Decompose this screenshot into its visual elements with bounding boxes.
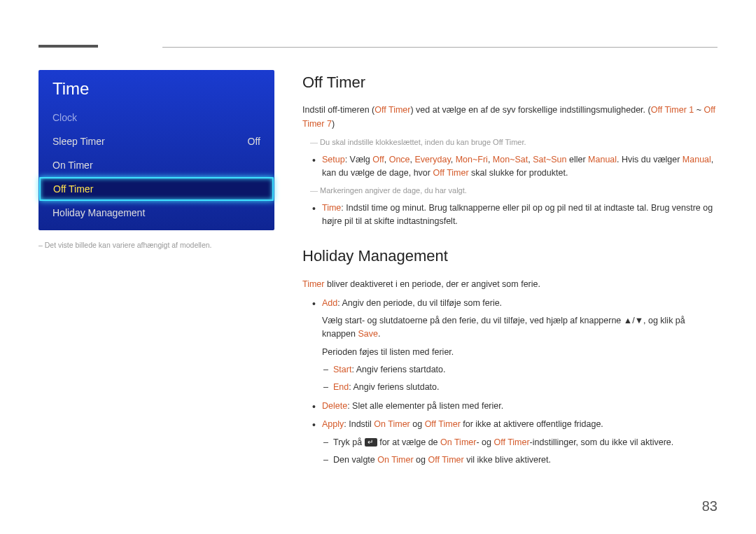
- bullet-delete: Delete: Slet alle elementer på listen me…: [322, 400, 718, 413]
- content-column: Off Timer Indstil off-timeren (Off Timer…: [302, 70, 718, 472]
- dash-selected: Den valgte On Timer og Off Timer vil ikk…: [333, 454, 718, 467]
- menu-item-off-timer[interactable]: Off Timer: [39, 177, 274, 201]
- bullet-setup: Setup: Vælg Off, Once, Everyday, Mon~Fri…: [322, 153, 718, 197]
- menu-item-clock[interactable]: Clock: [38, 106, 274, 129]
- menu-column: Time Clock Sleep Timer Off On Timer Off …: [38, 70, 274, 472]
- menu-title: Time: [38, 70, 274, 106]
- menu-item-value: Off: [248, 136, 260, 147]
- time-menu-panel: Time Clock Sleep Timer Off On Timer Off …: [38, 70, 274, 230]
- dash-end: End: Angiv feriens slutdato.: [333, 381, 718, 394]
- menu-item-holiday-management[interactable]: Holiday Management: [38, 201, 274, 225]
- image-caption: – Det viste billede kan variere afhængig…: [38, 240, 274, 251]
- menu-item-label: On Timer: [52, 160, 93, 171]
- menu-item-on-timer[interactable]: On Timer: [38, 153, 274, 177]
- page-number: 83: [702, 498, 718, 514]
- bullet-apply: Apply: Indstil On Timer og Off Timer for…: [322, 418, 718, 467]
- dash-press: Tryk på for at vælge de On Timer- og Off…: [333, 436, 718, 449]
- dash-start: Start: Angiv feriens startdato.: [333, 363, 718, 377]
- section-heading-holiday: Holiday Management: [302, 244, 718, 268]
- menu-item-label: Clock: [52, 112, 77, 123]
- menu-item-label: Sleep Timer: [52, 136, 105, 147]
- enter-icon: [365, 438, 377, 447]
- bullet-add: Add: Angiv den periode, du vil tilføje s…: [322, 297, 718, 395]
- bullet-time: Time: Indstil time og minut. Brug talkna…: [322, 202, 718, 229]
- note-days-mark: Markeringen angiver de dage, du har valg…: [322, 185, 718, 197]
- holiday-intro: Timer bliver deaktiveret i en periode, d…: [302, 277, 718, 291]
- menu-item-label: Off Timer: [53, 183, 93, 195]
- menu-item-sleep-timer[interactable]: Sleep Timer Off: [38, 129, 274, 153]
- off-timer-intro: Indstil off-timeren (Off Timer) ved at v…: [302, 103, 718, 131]
- note-clock-required: Du skal indstille klokkeslættet, inden d…: [322, 136, 718, 149]
- menu-item-label: Holiday Management: [52, 207, 145, 218]
- header-accent-bar: [38, 45, 98, 48]
- section-heading-off-timer: Off Timer: [302, 70, 718, 94]
- header-divider: [162, 47, 718, 48]
